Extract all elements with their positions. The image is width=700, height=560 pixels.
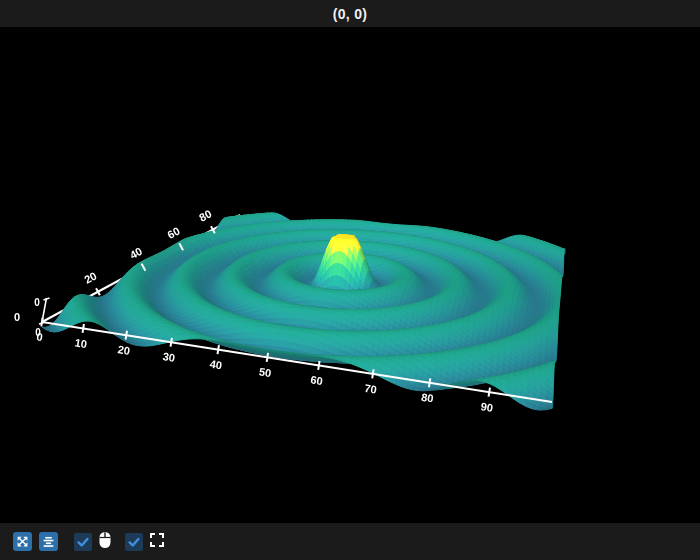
checkmark-icon <box>76 535 90 549</box>
app-window: (0, 0) <box>0 0 700 560</box>
autoscale-button[interactable] <box>13 532 32 551</box>
plot-area <box>0 27 700 523</box>
controller-enabled-checkbox[interactable] <box>125 533 143 551</box>
subplot-toolbar <box>0 523 700 560</box>
maintain-aspect-checkbox[interactable] <box>74 533 92 551</box>
mouse-icon <box>98 531 112 553</box>
surface-plot-canvas[interactable] <box>0 27 700 523</box>
controller-menu-button[interactable] <box>98 531 112 553</box>
align-center-icon <box>42 535 55 548</box>
subplot-title: (0, 0) <box>333 6 367 22</box>
checkmark-icon <box>127 535 141 549</box>
fullscreen-icon <box>149 532 165 552</box>
subplot-title-bar: (0, 0) <box>0 0 700 27</box>
center-scene-button[interactable] <box>39 532 58 551</box>
expand-arrows-icon <box>16 535 29 548</box>
fullscreen-button[interactable] <box>149 532 165 552</box>
